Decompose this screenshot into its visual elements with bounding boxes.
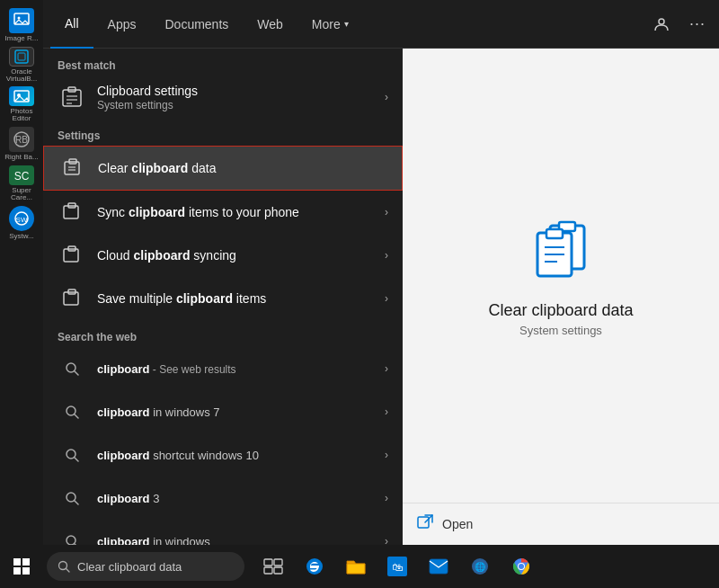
sidebar-item-photos[interactable]: Photos Editor [4,86,40,122]
search-icon [58,397,86,426]
network-icon[interactable]: 🌐 [462,548,498,584]
svg-point-35 [67,536,75,545]
detail-subtitle: System settings [519,324,602,337]
detail-panel: Clear clipboard data System settings Ope… [403,49,719,545]
arrow-icon: › [385,292,388,305]
web-search-shortcut10[interactable]: clipboard shortcut windows 10 › [43,433,403,477]
best-match-item-subtitle: System settings [97,99,385,111]
web-search-clipboard[interactable]: clipboard - See web results › [43,347,403,390]
svg-text:RB: RB [15,135,28,145]
svg-rect-55 [274,559,282,566]
svg-rect-61 [430,559,448,574]
open-action[interactable]: Open [403,503,719,545]
svg-text:SW: SW [16,216,28,224]
save-clipboard-text: Save multiple clipboard items [97,290,385,307]
taskbar-search[interactable] [47,552,244,581]
sidebar-item-systw[interactable]: SW Systw... [4,205,40,241]
taskbar-search-icon [58,560,70,573]
cloud-clipboard-icon [58,241,86,270]
svg-point-66 [519,564,524,569]
windows-icon [13,558,30,575]
svg-rect-57 [274,567,282,574]
sidebar-item-image[interactable]: Image R... [4,7,40,43]
web-search-3[interactable]: clipboard 3 › [43,477,403,520]
search-results-panel: Best match Clipboard settings System set… [43,49,403,545]
svg-rect-2 [15,50,28,63]
menu-content: Best match Clipboard settings System set… [43,49,719,545]
sidebar-label: Super Care... [4,187,40,201]
menu-tabs: All Apps Documents Web More ▾ ··· [43,0,719,49]
settings-title: Settings [43,119,403,146]
best-match-text: Clipboard settings System settings [97,83,385,111]
chevron-down-icon: ▾ [344,19,349,29]
store-button[interactable]: 🛍 [379,548,415,584]
sidebar-label: Systw... [9,233,34,240]
clear-clipboard-icon [58,154,87,183]
svg-text:🌐: 🌐 [475,561,486,573]
edge-button[interactable] [297,548,333,584]
tab-all[interactable]: All [50,0,93,49]
web-item-text: clipboard - See web results [97,362,385,376]
best-match-title: Best match [43,49,403,76]
file-explorer-button[interactable] [338,548,374,584]
web-item-text: clipboard in windows [97,535,385,545]
best-match-item[interactable]: Clipboard settings System settings › [43,76,403,119]
web-item-text: clipboard 3 [97,492,385,505]
arrow-icon: › [385,91,388,103]
task-view-button[interactable] [255,548,291,584]
svg-rect-46 [546,229,563,238]
web-search-title: Search the web [43,320,403,347]
start-menu: All Apps Documents Web More ▾ ··· Be [43,0,719,545]
detail-actions: Open [403,503,719,545]
svg-line-30 [75,414,78,418]
person-icon-btn[interactable] [647,10,676,39]
taskbar: 🛍 🌐 [0,545,719,588]
sidebar-item-oracle[interactable]: Oracle VirtualB... [4,47,40,83]
ellipsis-icon-btn[interactable]: ··· [683,10,712,39]
sync-clipboard-text: Sync clipboard items to your phone [97,204,385,220]
cloud-clipboard-title: Cloud clipboard syncing [97,247,385,263]
sidebar-label: Photos Editor [4,108,40,122]
search-icon [58,527,86,545]
chrome-icon[interactable] [503,548,539,584]
web-search-win7[interactable]: clipboard in windows 7 › [43,390,403,433]
web-search-windows[interactable]: clipboard in windows › [43,520,403,545]
sidebar-item-super[interactable]: SC Super Care... [4,165,40,201]
search-icon [58,484,86,512]
detail-title: Clear clipboard data [488,301,633,320]
save-clipboard-title: Save multiple clipboard items [97,290,385,307]
svg-line-28 [75,371,78,375]
sidebar-item-rightba[interactable]: RB Right Ba... [4,126,40,162]
sync-clipboard-icon [58,198,86,227]
search-icon [58,441,86,469]
taskbar-icons: 🛍 🌐 [255,548,539,584]
tab-more[interactable]: More ▾ [297,0,363,49]
web-item-text: clipboard shortcut windows 10 [97,449,385,462]
arrow-icon: › [385,405,388,418]
tab-web[interactable]: Web [243,0,297,49]
detail-main: Clear clipboard data System settings [403,49,719,503]
arrow-icon: › [385,535,388,545]
cloud-clipboard-item[interactable]: Cloud clipboard syncing › [43,234,403,277]
svg-point-11 [659,19,664,24]
save-clipboard-icon [58,284,86,313]
svg-line-34 [75,501,78,504]
clear-clipboard-item[interactable]: Clear clipboard data [43,146,403,191]
tab-apps[interactable]: Apps [93,0,151,49]
svg-rect-54 [264,559,272,566]
arrow-icon: › [385,362,388,375]
svg-rect-56 [264,567,272,574]
web-item-text: clipboard in windows 7 [97,405,385,419]
tab-documents[interactable]: Documents [150,0,243,49]
save-clipboard-item[interactable]: Save multiple clipboard items › [43,277,403,320]
taskbar-search-input[interactable] [77,560,221,574]
arrow-icon: › [385,206,388,218]
open-icon [417,514,433,534]
detail-clipboard-icon [525,215,597,287]
arrow-icon: › [385,449,388,461]
sync-clipboard-item[interactable]: Sync clipboard items to your phone › [43,191,403,234]
mail-button[interactable] [421,548,457,584]
svg-line-53 [67,569,70,573]
start-button[interactable] [0,545,43,588]
svg-text:🛍: 🛍 [392,561,403,574]
